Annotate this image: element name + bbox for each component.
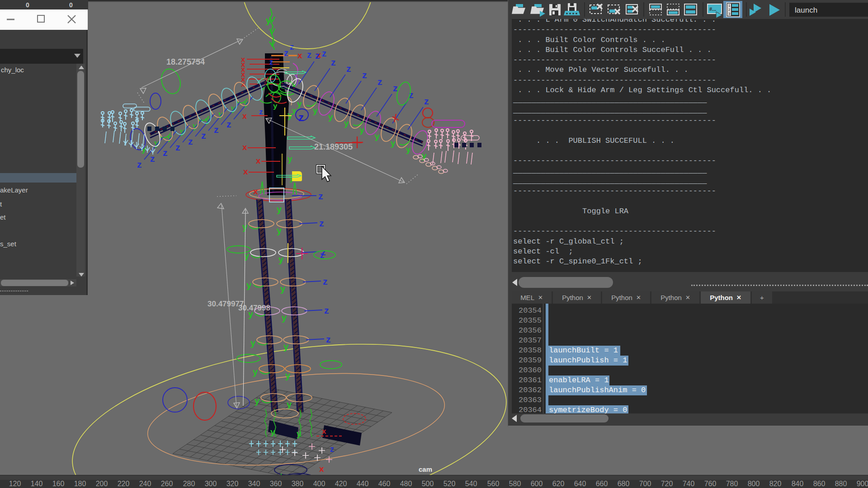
svg-text:x: x xyxy=(297,51,302,60)
svg-text:z: z xyxy=(319,218,324,228)
svg-text:x: x xyxy=(243,167,248,176)
svg-text:z: z xyxy=(323,276,328,286)
svg-text:z: z xyxy=(315,50,320,61)
svg-text:y: y xyxy=(406,145,411,154)
svg-text:z: z xyxy=(150,153,155,164)
svg-text:z: z xyxy=(175,142,180,152)
svg-text:1: 1 xyxy=(728,4,731,8)
svg-text:x: x xyxy=(319,464,324,474)
svg-text:#...: #... xyxy=(709,6,716,12)
svg-text:z: z xyxy=(346,63,351,74)
svg-text:x: x xyxy=(242,142,247,152)
svg-text:z: z xyxy=(201,130,206,141)
svg-text:y: y xyxy=(277,204,282,214)
svg-text:z: z xyxy=(226,119,231,129)
svg-text:z: z xyxy=(324,305,329,315)
svg-text:z: z xyxy=(409,89,414,100)
svg-text:y: y xyxy=(246,280,252,290)
svg-text:21.189305: 21.189305 xyxy=(314,142,353,151)
svg-text:z: z xyxy=(362,70,367,80)
svg-text:y: y xyxy=(297,429,302,438)
svg-text:x: x xyxy=(253,187,258,196)
svg-text:x: x xyxy=(242,112,247,121)
svg-text:y: y xyxy=(255,396,260,406)
svg-text:z: z xyxy=(188,136,193,146)
svg-text:z: z xyxy=(307,50,311,60)
svg-text:y: y xyxy=(313,106,318,115)
svg-text:y: y xyxy=(285,371,291,380)
svg-text:z: z xyxy=(318,191,323,201)
svg-text:y: y xyxy=(278,254,284,264)
svg-text:y: y xyxy=(266,15,271,25)
svg-text:z: z xyxy=(163,147,168,158)
svg-text:z: z xyxy=(377,76,382,87)
svg-text:y: y xyxy=(287,399,292,409)
svg-text:y: y xyxy=(273,102,278,110)
svg-text:z: z xyxy=(284,48,288,58)
svg-text:30.47998: 30.47998 xyxy=(238,304,270,312)
svg-text:y: y xyxy=(270,427,275,436)
svg-text:y: y xyxy=(277,225,282,235)
svg-text:y: y xyxy=(297,99,302,108)
svg-text:z: z xyxy=(137,159,142,169)
svg-text:y: y xyxy=(250,338,256,348)
svg-text:z: z xyxy=(259,108,263,116)
svg-text:z: z xyxy=(326,334,331,344)
svg-text:z: z xyxy=(424,96,429,106)
svg-text:launch: launch xyxy=(795,6,817,14)
svg-text:z: z xyxy=(322,48,326,58)
svg-text:y: y xyxy=(328,112,333,122)
svg-text:z: z xyxy=(320,251,324,260)
svg-text:z: z xyxy=(269,58,273,66)
svg-text:y: y xyxy=(288,154,292,164)
svg-text:z: z xyxy=(331,57,336,67)
svg-text:cam: cam xyxy=(419,465,432,473)
svg-text:z: z xyxy=(393,83,398,93)
svg-text:x: x xyxy=(322,427,326,436)
svg-text:2: 2 xyxy=(728,8,731,12)
svg-text:z: z xyxy=(298,111,304,123)
svg-text:18.275754: 18.275754 xyxy=(166,57,205,66)
svg-text:z: z xyxy=(214,124,219,135)
svg-text:z: z xyxy=(330,445,334,454)
svg-text:3: 3 xyxy=(728,12,731,16)
svg-text:y: y xyxy=(253,367,258,377)
svg-text:y: y xyxy=(391,138,396,148)
svg-text:y: y xyxy=(283,342,289,352)
svg-text:y: y xyxy=(344,118,349,128)
svg-text:y: y xyxy=(359,125,364,135)
svg-text:y: y xyxy=(375,131,380,141)
svg-text:y: y xyxy=(280,284,286,294)
svg-text:y: y xyxy=(282,313,287,323)
svg-text:x: x xyxy=(256,156,261,165)
